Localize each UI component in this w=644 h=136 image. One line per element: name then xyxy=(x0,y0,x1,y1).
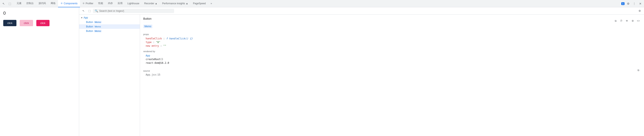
tree-button-2-label: Button xyxy=(86,25,93,28)
tab-bar: ↖ ⬚ 元素 控制台 源代码 网络 ⚛ Components ⚛ Profile… xyxy=(0,0,644,7)
panel-body: ▼ App Button Memo Button Memo xyxy=(79,14,644,136)
prop-type: type : "B" xyxy=(143,40,641,44)
tab-perf-insights[interactable]: Performance insights ▲ xyxy=(160,0,190,7)
tab-more[interactable]: » xyxy=(208,0,214,7)
tab-performance[interactable]: 性能 xyxy=(96,0,106,7)
rendered-by-label: rendered by xyxy=(143,50,641,52)
tree-item-button-3[interactable]: Button Memo xyxy=(79,29,140,33)
tab-console[interactable]: 控制台 xyxy=(24,0,36,7)
select-component-icon[interactable]: ↖ xyxy=(81,8,86,14)
tree-item-button-1[interactable]: Button Memo xyxy=(79,20,140,24)
detail-component-title: Button xyxy=(143,17,151,22)
tab-pagespeed-label: PageSpeed xyxy=(193,2,206,5)
prop-value-new-entry: "" xyxy=(163,44,166,47)
preview-pane: 0 click click click xyxy=(0,7,79,136)
devtools-settings-icon[interactable]: ⚙ xyxy=(625,1,631,6)
cursor-icon-btn[interactable]: ↖ xyxy=(1,1,6,6)
rendered-by-app-link[interactable]: App xyxy=(146,54,150,57)
source-label: source xyxy=(143,70,150,72)
tab-bar-right: 1 ⚙ ⋮ ✕ xyxy=(621,1,643,6)
search-icon: 🔍 xyxy=(95,9,98,12)
tab-more-label: » xyxy=(210,2,212,5)
click-button-pink[interactable]: click xyxy=(20,20,33,26)
prop-key-new-entry: new entry xyxy=(146,44,159,47)
prop-value-handleClick: f handleClick() {} xyxy=(166,37,192,40)
tab-network-label: 网络 xyxy=(51,2,56,5)
rendered-by-createroot: createRoot() xyxy=(143,58,641,61)
devtools-close-icon[interactable]: ✕ xyxy=(638,1,643,6)
tab-perf-insights-label: Performance insights ▲ xyxy=(162,2,188,5)
tab-profiler[interactable]: ⚛ Profiler xyxy=(80,0,96,7)
search-box: 🔍 xyxy=(93,9,174,13)
tab-components-label: Components xyxy=(64,2,78,5)
square-icon-btn[interactable]: ⬚ xyxy=(7,1,12,6)
tree-app-label: App xyxy=(84,16,88,19)
prop-value-type: "B" xyxy=(156,41,160,44)
source-copy-icon[interactable]: ⧉ xyxy=(636,68,641,73)
tab-items: 元素 控制台 源代码 网络 ⚛ Components ⚛ Profiler 性能… xyxy=(14,0,214,7)
tree-button-3-label: Button xyxy=(86,30,93,32)
rendered-by-reactdom-text: react-dom@18.2.0 xyxy=(146,62,169,64)
tab-profiler-label: Profiler xyxy=(86,2,93,5)
tab-recorder-label: Recorder ▲ xyxy=(144,2,158,5)
tree-item-button-2[interactable]: Button Memo xyxy=(79,24,140,29)
detail-copy-icon[interactable]: ⧉ xyxy=(613,18,618,23)
tree-panel: ▼ App Button Memo Button Memo xyxy=(79,14,140,136)
tab-application[interactable]: 应用 xyxy=(115,0,125,7)
tab-count-badge: 1 xyxy=(621,2,624,5)
rendered-by-app: App xyxy=(143,54,641,58)
detail-settings-icon[interactable]: ⚙ xyxy=(630,18,635,23)
tree-button-1-label: Button xyxy=(86,21,93,24)
detail-header-icons: ⧉ ⏱ 👁 ⚙ <> xyxy=(613,18,641,23)
tab-memory[interactable]: 内存 xyxy=(106,0,115,7)
tab-lighthouse[interactable]: Lighthouse xyxy=(125,0,142,7)
prop-key-type: type xyxy=(146,41,152,44)
tab-lighthouse-label: Lighthouse xyxy=(128,2,140,5)
search-input[interactable] xyxy=(99,10,172,12)
tab-console-label: 控制台 xyxy=(26,2,34,5)
detail-header: Button ⧉ ⏱ 👁 ⚙ <> xyxy=(143,17,641,24)
search-settings-icon[interactable]: ⚙ xyxy=(637,8,642,14)
source-header: source ⧉ xyxy=(143,67,641,73)
tab-pagespeed[interactable]: PageSpeed xyxy=(190,0,208,7)
memo-badge: Memo xyxy=(143,24,152,28)
tab-components[interactable]: ⚛ Components xyxy=(58,0,80,7)
rendered-by-section: rendered by App createRoot() react-dom@1… xyxy=(143,50,641,65)
tab-performance-label: 性能 xyxy=(98,2,103,5)
tree-memo-badge-1: Memo xyxy=(94,21,102,23)
tab-recorder[interactable]: Recorder ▲ xyxy=(142,0,160,7)
secondary-toolbar: ↖ ⬚ 🔍 ⚙ xyxy=(79,7,644,14)
detail-panel: Button ⧉ ⏱ 👁 ⚙ <> Memo props handleClick… xyxy=(140,14,644,136)
click-button-red[interactable]: click xyxy=(36,20,50,26)
tab-elements-label: 元素 xyxy=(17,2,22,5)
tab-sources-label: 源代码 xyxy=(38,2,46,5)
main-content: 0 click click click ↖ ⬚ 🔍 ⚙ ▼ Ap xyxy=(0,7,644,136)
detail-timer-icon[interactable]: ⏱ xyxy=(619,18,624,23)
tab-bar-left: ↖ ⬚ xyxy=(1,1,12,6)
click-button-dark[interactable]: click xyxy=(3,20,16,26)
tree-memo-badge-2: Memo xyxy=(94,25,102,28)
inspect-icon[interactable]: ⬚ xyxy=(87,8,92,14)
profiler-react-icon: ⚛ xyxy=(82,2,85,5)
prop-key-handleClick: handleClick xyxy=(146,37,162,40)
rendered-by-createroot-text: createRoot() xyxy=(146,58,163,61)
button-row: click click click xyxy=(3,20,76,26)
tab-memory-label: 内存 xyxy=(108,2,113,5)
tab-elements[interactable]: 元素 xyxy=(14,0,24,7)
source-value: App.jsx:15 xyxy=(143,73,641,76)
counter-display: 0 xyxy=(3,10,76,16)
source-section: source ⧉ App.jsx:15 xyxy=(143,67,641,76)
components-react-icon: ⚛ xyxy=(60,2,63,5)
devtools-overflow-icon[interactable]: ⋮ xyxy=(632,1,637,6)
tab-application-label: 应用 xyxy=(118,2,122,5)
tree-memo-badge-3: Memo xyxy=(94,30,102,32)
detail-eye-icon[interactable]: 👁 xyxy=(624,18,630,23)
prop-handleClick: handleClick : f handleClick() {} xyxy=(143,37,641,40)
rendered-by-reactdom: react-dom@18.2.0 xyxy=(143,61,641,65)
tree-item-app[interactable]: ▼ App xyxy=(79,16,140,20)
detail-source-icon[interactable]: <> xyxy=(636,18,641,23)
tab-network[interactable]: 网络 xyxy=(48,0,58,7)
devtools-panel: ↖ ⬚ 🔍 ⚙ ▼ App Button Memo xyxy=(79,7,644,136)
prop-new-entry: new entry : "" xyxy=(143,44,641,48)
tab-sources[interactable]: 源代码 xyxy=(36,0,48,7)
